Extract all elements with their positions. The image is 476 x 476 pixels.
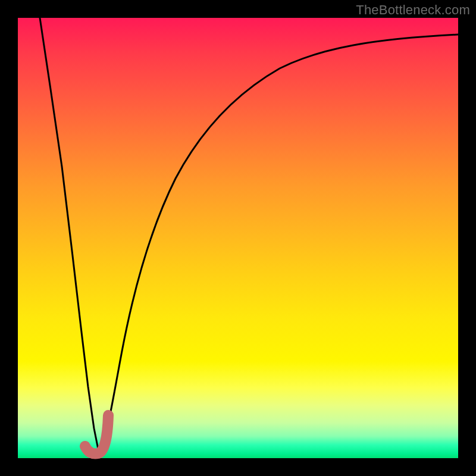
chart-plot-area (18, 18, 458, 458)
chart-svg (18, 18, 458, 458)
curve-left-limb (40, 18, 101, 455)
sweet-spot-marker (85, 415, 108, 454)
curve-right-limb (101, 35, 458, 455)
outer-frame: TheBottleneck.com (0, 0, 476, 476)
watermark-text: TheBottleneck.com (356, 2, 470, 18)
